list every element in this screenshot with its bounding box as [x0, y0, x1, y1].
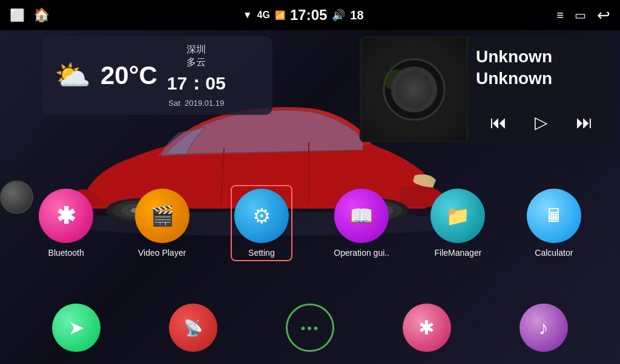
status-left: ⬜ 🏠	[10, 7, 50, 23]
more-icon: ●●●	[300, 323, 319, 333]
temperature: 20°C	[101, 61, 157, 90]
calculator-icon: 🖩	[545, 206, 563, 226]
calculator-label: Calculator	[535, 248, 573, 258]
calculator-icon-circle[interactable]: 🖩	[527, 189, 581, 243]
clock-display: 17:05	[290, 7, 327, 24]
prev-button[interactable]: ⏮	[490, 112, 507, 132]
setting-icon: ⚙	[252, 204, 271, 228]
app-more[interactable]: ●●●	[286, 304, 334, 352]
home-window-icon[interactable]: ⬜	[10, 8, 25, 22]
svg-point-14	[384, 70, 414, 91]
more-icon-circle[interactable]: ●●●	[286, 304, 334, 352]
svg-point-15	[411, 86, 435, 105]
status-right: ≡ ▭ ↩	[556, 6, 610, 25]
video-player-label: Video Player	[138, 248, 186, 258]
music-icon: ♪	[539, 317, 549, 339]
status-bar: ⬜ 🏠 ▼ 4G 📶 17:05 🔊 18 ≡ ▭ ↩	[0, 0, 620, 30]
bluetooth-label: Bluetooth	[48, 248, 84, 258]
music-controls[interactable]: ⏮ ▷ ⏭	[476, 112, 607, 132]
current-time: 17：05	[167, 71, 226, 96]
setting-label: Setting	[248, 248, 275, 258]
album-art: POLICE	[363, 38, 466, 141]
nav-icon-circle[interactable]: ➤	[52, 304, 101, 352]
play-button[interactable]: ▷	[535, 112, 548, 132]
music-info: Unknown Unknown ⏮ ▷ ⏭	[469, 36, 614, 142]
current-date: Sat 2019.01.19	[168, 99, 224, 108]
network-type: 4G	[257, 10, 270, 21]
radio-icon: 📡	[183, 319, 203, 337]
operation-guide-icon-circle[interactable]: 📖	[334, 189, 389, 243]
app-setting[interactable]: ⚙ Setting	[231, 185, 292, 261]
app-file-manager[interactable]: 📁 FileManager	[430, 189, 485, 258]
signal-icon: 📶	[275, 10, 285, 20]
svg-point-11	[366, 41, 463, 138]
svg-point-12	[384, 59, 444, 120]
file-manager-icon: 📁	[446, 204, 470, 227]
video-player-icon: 🎬	[150, 204, 174, 227]
album-art-container: POLICE	[360, 36, 469, 142]
volume-icon: 🔊	[332, 8, 345, 22]
app-nav[interactable]: ➤	[52, 304, 101, 352]
video-player-icon-circle[interactable]: 🎬	[135, 189, 190, 243]
bluetooth-icon: ✱	[56, 203, 76, 229]
status-center: ▼ 4G 📶 17:05 🔊 18	[243, 7, 364, 24]
back-button[interactable]: ↩	[597, 6, 610, 25]
music-icon-circle[interactable]: ♪	[519, 304, 568, 352]
city-name: 深圳 多云	[186, 44, 206, 69]
screen-icon[interactable]: ▭	[575, 8, 586, 22]
weather-info: 20°C	[101, 61, 157, 90]
operation-guide-icon: 📖	[349, 204, 374, 227]
app-bt2[interactable]: ✱	[403, 304, 451, 352]
volume-level: 18	[350, 8, 363, 22]
app-video-player[interactable]: 🎬 Video Player	[135, 189, 190, 258]
setting-icon-circle[interactable]: ⚙	[234, 189, 289, 243]
app-row-1: ✱ Bluetooth 🎬 Video Player ⚙ Setting 📖 O…	[0, 185, 620, 261]
weather-icon: ⛅	[54, 59, 91, 93]
bluetooth-icon-circle[interactable]: ✱	[39, 189, 93, 243]
weather-widget: ⛅ 20°C 深圳 多云 17：05 Sat 2019.01.19	[42, 36, 272, 115]
app-bluetooth[interactable]: ✱ Bluetooth	[39, 189, 93, 258]
main-area: ⛅ 20°C 深圳 多云 17：05 Sat 2019.01.19	[0, 30, 620, 364]
svg-text:POLICE: POLICE	[395, 91, 421, 106]
operation-guide-label: Operation gui..	[334, 248, 389, 258]
app-operation-guide[interactable]: 📖 Operation gui..	[334, 189, 389, 258]
music-widget: POLICE Unknown Unknown ⏮ ▷ ⏭	[360, 36, 614, 142]
app-calculator[interactable]: 🖩 Calculator	[527, 189, 581, 258]
music-title-text: Unknown Unknown	[476, 46, 607, 90]
home-icon[interactable]: 🏠	[33, 7, 50, 23]
file-manager-label: FileManager	[435, 248, 482, 258]
menu-icon[interactable]: ≡	[556, 8, 564, 22]
next-button[interactable]: ⏭	[576, 112, 593, 132]
app-music[interactable]: ♪	[519, 304, 568, 352]
file-manager-icon-circle[interactable]: 📁	[430, 189, 485, 243]
app-radio[interactable]: 📡	[169, 304, 217, 352]
bt2-icon: ✱	[418, 316, 435, 339]
radio-icon-circle[interactable]: 📡	[169, 304, 217, 352]
nav-icon: ➤	[68, 316, 85, 339]
app-row-2: ➤ 📡 ●●● ✱ ♪	[0, 304, 620, 352]
wifi-icon: ▼	[243, 10, 252, 21]
bt2-icon-circle[interactable]: ✱	[403, 304, 451, 352]
svg-point-13	[407, 82, 421, 97]
